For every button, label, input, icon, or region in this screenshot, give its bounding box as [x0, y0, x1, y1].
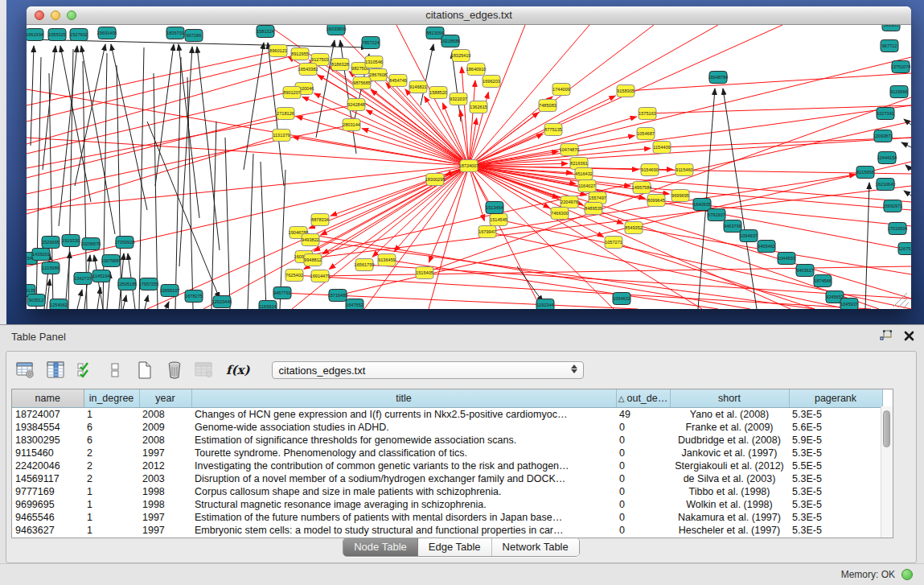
graph-node[interactable]: 1044593 [778, 253, 795, 265]
select-column-icon[interactable] [44, 359, 67, 381]
graph-node[interactable]: 13751074 [891, 61, 911, 73]
graph-node[interactable]: 18300295 [425, 174, 446, 186]
graph-node[interactable]: 9129966 [890, 86, 908, 98]
graph-node[interactable]: 9242848 [347, 99, 365, 111]
graph-node[interactable]: 1164027 [578, 180, 596, 192]
column-header-year[interactable]: year [139, 389, 191, 408]
graph-node[interactable]: 1054687 [637, 128, 655, 140]
resize-grip-icon[interactable] [903, 303, 909, 308]
graph-node[interactable]: 1919330 [62, 235, 80, 247]
graph-node[interactable]: 9493822 [302, 234, 319, 246]
graph-node[interactable]: 1515405 [416, 267, 433, 279]
graph-node[interactable]: 7466300 [551, 208, 569, 220]
float-window-icon[interactable] [880, 330, 893, 342]
table-row[interactable]: 946554611997Estimation of the future num… [12, 511, 882, 524]
graph-node[interactable]: 2526695 [42, 237, 60, 249]
graph-node[interactable]: 18640910 [466, 64, 487, 76]
graph-node[interactable]: 1362615 [470, 101, 487, 113]
zoom-window-icon[interactable] [67, 10, 76, 20]
table-select-dropdown[interactable]: citations_edges.txt [272, 361, 584, 379]
graph-node[interactable]: 8775135 [544, 124, 562, 136]
network-window-titlebar[interactable]: citations_edges.txt [27, 6, 911, 25]
graph-node[interactable]: 1154409 [653, 142, 671, 154]
graph-node[interactable]: 9699695 [671, 190, 689, 202]
graph-node[interactable]: 8215958 [856, 167, 874, 179]
select-rows-icon[interactable] [74, 359, 97, 381]
graph-node[interactable]: 16033809 [326, 25, 347, 35]
graph-node[interactable]: 9463627 [796, 265, 814, 277]
graph-node[interactable]: 1581324 [257, 26, 274, 38]
tab-edge-table[interactable]: Edge Table [418, 538, 492, 556]
graph-node[interactable]: 1588520 [429, 87, 447, 99]
graph-node[interactable]: 1215686 [42, 262, 60, 274]
graph-node[interactable]: 9136459 [378, 254, 396, 266]
graph-node[interactable]: 1696203 [483, 76, 500, 88]
graph-node[interactable]: 7625402 [285, 270, 303, 282]
node-table[interactable]: namein_degreeyeartitle△out_de…shortpager… [11, 389, 893, 538]
graph-node[interactable]: 967712 [881, 40, 898, 52]
graph-node[interactable]: 8901207 [283, 87, 301, 99]
graph-node[interactable]: 15716485 [328, 290, 348, 302]
graph-node[interactable]: 9875685 [353, 77, 371, 89]
tab-node-table[interactable]: Node Table [343, 538, 418, 556]
graph-node[interactable]: 1131379 [273, 130, 290, 142]
graph-node[interactable]: 907186 [185, 30, 203, 42]
graph-node[interactable]: 1165824 [259, 301, 277, 310]
graph-node[interactable]: 1575163 [639, 108, 656, 120]
graph-node[interactable]: 10958107 [160, 285, 180, 297]
graph-node[interactable]: 1055325 [48, 29, 66, 41]
graph-node[interactable]: 2867608 [369, 69, 387, 81]
graph-node[interactable]: 12093871 [873, 130, 893, 142]
graph-node[interactable]: 1094632 [613, 293, 630, 305]
graph-node[interactable]: 1661934 [27, 29, 43, 41]
table-row[interactable]: 1830029562008Estimation of significance … [12, 434, 882, 447]
graph-node[interactable]: 8099645 [647, 195, 665, 207]
graph-node[interactable]: 7857224 [362, 37, 380, 49]
graph-node[interactable]: 1045937 [840, 299, 858, 310]
graph-node[interactable]: 4516432 [575, 168, 593, 180]
table-row[interactable]: 1872400712008Changes of HCN gene express… [12, 408, 882, 422]
graph-node[interactable]: 8912955 [291, 48, 309, 60]
table-row[interactable]: 946362711997Embryonic stem cells: a mode… [12, 524, 882, 537]
graph-node[interactable]: 18724007 [459, 160, 479, 172]
table-row[interactable]: 977716911998Corpus callosum shape and si… [12, 485, 882, 498]
function-builder-icon[interactable]: f(x) [223, 363, 253, 377]
graph-node[interactable]: 1744009 [552, 84, 570, 96]
graph-node[interactable]: 18325419 [451, 50, 471, 62]
graph-node[interactable]: 1057271 [605, 237, 622, 249]
graph-node[interactable]: 9146821 [409, 81, 427, 93]
graph-node[interactable]: 9465462 [758, 241, 775, 253]
graph-node[interactable]: 1640935 [693, 199, 711, 211]
graph-node[interactable]: 2803144 [343, 119, 360, 131]
graph-node[interactable]: 1513454 [486, 202, 503, 214]
memory-status-icon[interactable] [901, 569, 913, 580]
table-row[interactable]: 1938455462009Genome-wide association stu… [12, 421, 882, 434]
close-window-icon[interactable] [35, 10, 44, 20]
graph-node[interactable]: 1835701 [166, 27, 184, 39]
graph-node[interactable]: 19218586 [441, 35, 461, 47]
graph-node[interactable]: 16648784 [708, 72, 729, 84]
graph-node[interactable]: 1527602 [70, 29, 88, 41]
graph-node[interactable]: 17016504 [888, 223, 908, 235]
graph-node[interactable]: 8878334 [311, 214, 329, 226]
table-row[interactable]: 2242004622012Investigating the contribut… [12, 459, 882, 472]
column-header-out_de[interactable]: △out_de… [616, 389, 670, 408]
graph-node[interactable]: 8454749 [389, 75, 407, 87]
graph-node[interactable]: 9457791 [273, 287, 291, 299]
graph-node[interactable]: 16543382 [298, 64, 318, 76]
column-header-pagerank[interactable]: pagerank [789, 389, 882, 408]
graph-node[interactable]: 1647552 [346, 299, 363, 310]
graph-node[interactable]: 1874566 [814, 275, 832, 287]
tab-network-table[interactable]: Network Table [492, 538, 579, 556]
graph-node[interactable]: 591985 [882, 25, 900, 31]
graph-node[interactable]: 8186328 [331, 59, 349, 71]
column-header-short[interactable]: short [670, 389, 789, 408]
graph-node[interactable]: 14957584 [632, 182, 652, 194]
graph-node[interactable]: 9158305 [617, 85, 634, 97]
table-scrollbar[interactable] [881, 406, 893, 538]
graph-node[interactable]: 12923445 [212, 296, 232, 308]
graph-node[interactable]: 9463799 [724, 220, 741, 233]
delete-table-icon[interactable] [163, 359, 186, 381]
graph-node[interactable]: 8489539 [585, 203, 602, 215]
graph-node[interactable]: 20691406 [97, 27, 117, 39]
